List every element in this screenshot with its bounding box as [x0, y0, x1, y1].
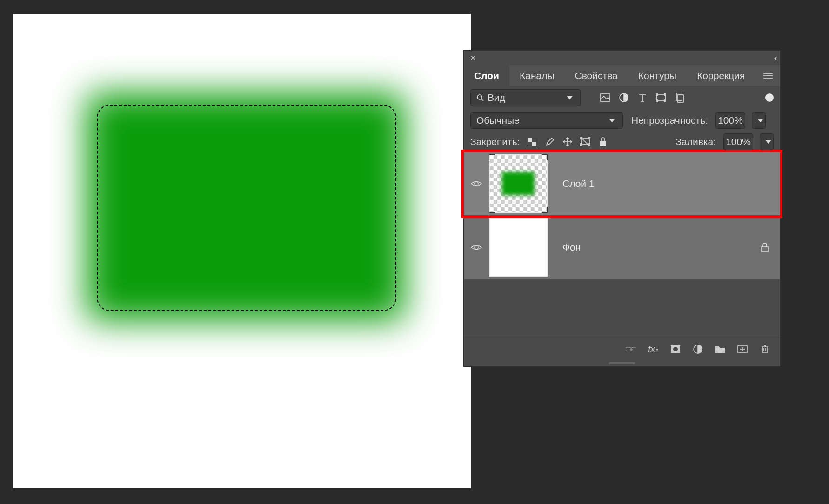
tab-channels[interactable]: Каналы [509, 65, 565, 86]
filter-shape-icon[interactable] [656, 93, 666, 103]
tab-label: Контуры [638, 70, 676, 81]
svg-rect-26 [762, 247, 768, 252]
lock-label: Закрепить: [470, 136, 520, 147]
tab-label: Свойства [575, 70, 618, 81]
add-mask-icon[interactable] [670, 344, 681, 354]
close-icon[interactable]: × [470, 53, 476, 63]
tab-paths[interactable]: Контуры [628, 65, 687, 86]
layer-row[interactable]: Фон [464, 216, 780, 279]
layer-name[interactable]: Фон [562, 242, 581, 253]
svg-rect-14 [528, 138, 532, 142]
filter-row: Вид ▼ [464, 86, 780, 109]
lock-pixels-icon[interactable] [545, 137, 555, 147]
svg-point-28 [673, 347, 678, 351]
svg-rect-12 [676, 93, 682, 100]
blend-row: Обычные ▼ Непрозрачность: 100% ▼ [464, 109, 780, 132]
svg-line-4 [481, 99, 483, 101]
tab-label: Слои [474, 70, 499, 81]
layers-list: Слой 1 Фон [464, 152, 780, 279]
layer-thumbnail[interactable] [489, 218, 548, 277]
thumbnail-content [502, 172, 535, 195]
filter-icons [600, 93, 685, 103]
new-layer-icon[interactable] [737, 344, 748, 354]
chevron-down-icon: ▼ [755, 117, 765, 123]
visibility-toggle[interactable] [464, 179, 489, 188]
tab-adjustments[interactable]: Коррекция [687, 65, 755, 86]
fill-label: Заливка: [675, 136, 716, 147]
layers-empty-area[interactable] [464, 279, 780, 338]
filter-toggle[interactable] [765, 93, 774, 102]
panel-tabs: Слои Каналы Свойства Контуры Коррекция [464, 65, 780, 86]
chevron-down-icon: ▼ [565, 94, 575, 100]
selection-marquee [97, 105, 396, 311]
adjustment-layer-icon[interactable] [693, 344, 703, 354]
svg-rect-23 [600, 141, 606, 146]
search-icon [476, 94, 484, 101]
blend-mode-dropdown[interactable]: Обычные ▼ [470, 112, 623, 129]
new-group-icon[interactable] [715, 344, 725, 354]
opacity-value[interactable]: 100% [715, 112, 745, 129]
link-layers-icon[interactable] [626, 344, 636, 354]
chevron-down-icon: ▼ [607, 117, 617, 123]
lock-position-icon[interactable] [562, 137, 573, 147]
lock-icons [527, 137, 608, 147]
panel-menu-icon[interactable] [755, 65, 781, 86]
lock-transparency-icon[interactable] [527, 137, 537, 147]
layer-thumbnail[interactable] [489, 154, 548, 213]
visibility-toggle[interactable] [464, 243, 489, 252]
opacity-stepper[interactable]: ▼ [752, 112, 766, 129]
collapse-icon[interactable]: ‹‹ [774, 53, 776, 63]
svg-rect-15 [532, 142, 536, 146]
lock-all-icon[interactable] [598, 137, 608, 147]
layer-row[interactable]: Слой 1 [464, 152, 780, 216]
opacity-label: Непрозрачность: [631, 115, 708, 126]
chevron-down-icon: ▼ [763, 139, 773, 145]
svg-rect-13 [678, 95, 683, 102]
dropdown-label: Вид [488, 92, 505, 103]
resize-grip[interactable] [464, 360, 780, 366]
lock-row: Закрепить: Заливка: 100% ▼ [464, 132, 780, 152]
canvas[interactable] [13, 14, 471, 488]
fill-value[interactable]: 100% [723, 133, 753, 150]
svg-point-25 [475, 245, 478, 249]
filter-pixel-icon[interactable] [600, 93, 610, 103]
blend-mode-value: Обычные [476, 115, 520, 126]
filter-smart-icon[interactable] [675, 93, 685, 103]
svg-point-3 [477, 95, 482, 99]
layer-style-icon[interactable]: fx▾ [648, 344, 658, 354]
layer-name[interactable]: Слой 1 [562, 178, 595, 189]
svg-line-22 [582, 139, 588, 145]
tab-label: Каналы [520, 70, 555, 81]
layer-kind-dropdown[interactable]: Вид ▼ [470, 89, 581, 106]
fill-stepper[interactable]: ▼ [760, 133, 774, 150]
layers-panel: × ‹‹ Слои Каналы Свойства Контуры Коррек… [464, 51, 780, 366]
filter-adjustment-icon[interactable] [619, 93, 629, 103]
tab-properties[interactable]: Свойства [565, 65, 628, 86]
tab-layers[interactable]: Слои [464, 65, 509, 86]
filter-type-icon[interactable] [637, 93, 648, 103]
tab-label: Коррекция [697, 70, 745, 81]
svg-point-24 [475, 182, 478, 186]
panel-footer: fx▾ [464, 338, 780, 360]
lock-artboard-icon[interactable] [580, 137, 590, 147]
lock-icon[interactable] [760, 242, 770, 252]
delete-layer-icon[interactable] [760, 344, 770, 354]
panel-header: × ‹‹ [464, 51, 780, 65]
